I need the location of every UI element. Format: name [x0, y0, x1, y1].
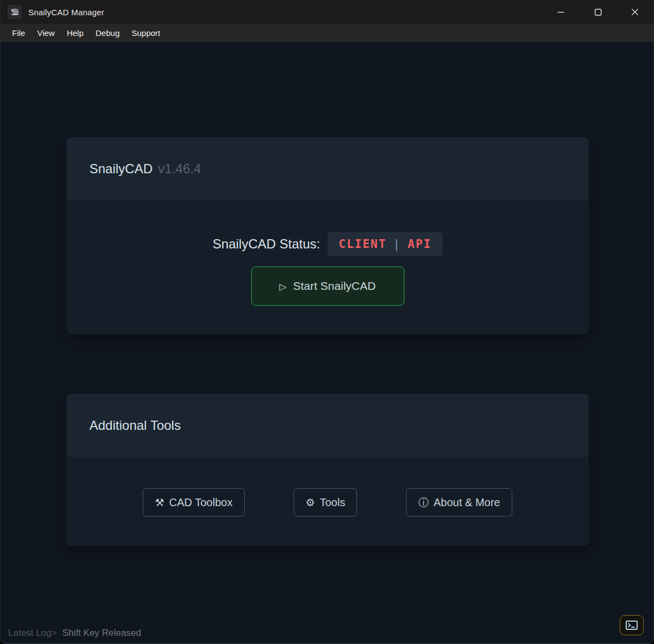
minimize-icon[interactable] [542, 0, 579, 24]
cad-toolbox-button[interactable]: ⚒ CAD Toolbox [143, 488, 244, 517]
status-separator: | [393, 238, 401, 251]
tools-label: Tools [320, 496, 346, 509]
additional-tools-card-header: Additional Tools [66, 394, 589, 457]
gear-icon: ⚙ [306, 497, 315, 508]
cad-toolbox-label: CAD Toolbox [169, 496, 232, 509]
tools-button[interactable]: ⚙ Tools [294, 488, 358, 517]
close-icon[interactable] [616, 0, 653, 24]
window-title: SnailyCAD Manager [28, 8, 104, 17]
menu-debug[interactable]: Debug [89, 26, 125, 40]
status-row: SnailyCAD Status: CLIENT | API [66, 232, 589, 256]
window-controls [542, 0, 653, 24]
snail-logo-icon [8, 5, 22, 19]
about-more-button[interactable]: ⓘ About & More [406, 488, 512, 517]
additional-tools-card: Additional Tools ⚒ CAD Toolbox ⚙ Tools ⓘ… [66, 394, 589, 546]
play-icon: ▷ [280, 281, 287, 293]
about-more-label: About & More [433, 496, 500, 509]
snailycad-card: SnailyCAD v1.46.4 SnailyCAD Status: CLIE… [66, 137, 589, 334]
main-content: SnailyCAD v1.46.4 SnailyCAD Status: CLIE… [1, 42, 653, 643]
maximize-icon[interactable] [579, 0, 616, 24]
tools-button-row: ⚒ CAD Toolbox ⚙ Tools ⓘ About & More [66, 488, 589, 517]
status-api-value: API [408, 238, 432, 251]
version-label: v1.46.4 [158, 161, 201, 177]
info-icon: ⓘ [418, 497, 428, 508]
card-title: Additional Tools [89, 418, 181, 433]
status-badge: CLIENT | API [328, 232, 442, 256]
status-label: SnailyCAD Status: [213, 236, 320, 252]
app-window: SnailyCAD Manager File View Help Debug S… [0, 0, 654, 644]
titlebar: SnailyCAD Manager [1, 0, 653, 24]
status-bar: Latest Log> Shift Key Released [8, 628, 141, 639]
menu-help[interactable]: Help [60, 26, 89, 40]
menubar: File View Help Debug Support [1, 24, 653, 42]
terminal-icon [626, 621, 638, 630]
menu-support[interactable]: Support [125, 26, 166, 40]
latest-log-prefix: Latest Log> [8, 628, 57, 639]
hammer-wrench-icon: ⚒ [155, 497, 164, 508]
status-client-value: CLIENT [338, 238, 386, 251]
menu-view[interactable]: View [31, 26, 60, 40]
card-title: SnailyCAD [89, 161, 153, 177]
snailycad-card-header: SnailyCAD v1.46.4 [66, 137, 589, 201]
console-toggle-button[interactable] [620, 615, 644, 635]
start-button-label: Start SnailyCAD [293, 280, 376, 293]
latest-log-message: Shift Key Released [62, 628, 141, 639]
menu-file[interactable]: File [6, 26, 31, 40]
start-snailycad-button[interactable]: ▷ Start SnailyCAD [251, 266, 404, 306]
